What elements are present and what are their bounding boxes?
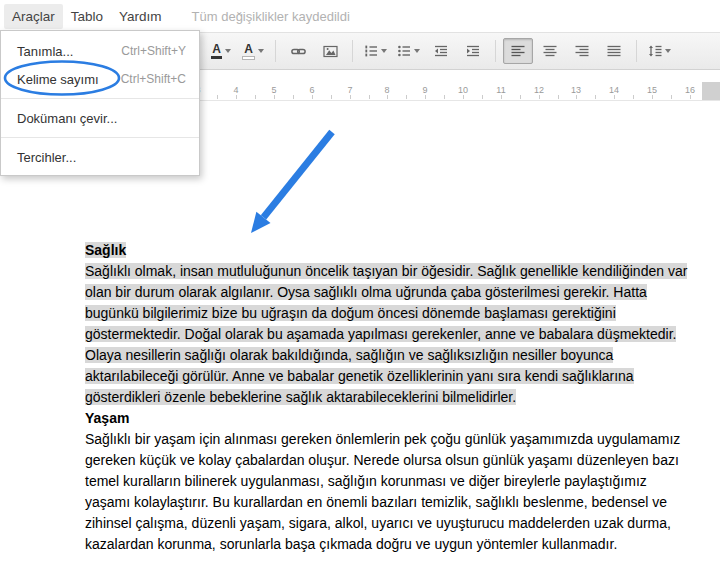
highlight-color-button[interactable]: A xyxy=(238,38,268,64)
document-line[interactable]: Sağlık xyxy=(85,240,720,261)
document-line[interactable]: olan bir durum olarak algılanır. Oysa sa… xyxy=(85,282,720,303)
align-justify-icon xyxy=(607,44,621,58)
ruler-number: 6 xyxy=(309,85,314,95)
ruler-right-margin-block xyxy=(702,82,720,100)
outdent-icon xyxy=(434,44,448,58)
ruler-number: 12 xyxy=(534,85,544,95)
bulleted-list-button[interactable] xyxy=(393,38,424,64)
document-line[interactable]: temel kuralların bilinerek uygulanması, … xyxy=(85,471,720,492)
menu-item-kelime-sayimi[interactable]: Kelime sayımı Ctrl+Shift+C xyxy=(1,65,199,93)
indent-icon xyxy=(466,44,480,58)
chevron-down-icon xyxy=(258,49,264,53)
align-right-icon xyxy=(575,44,589,58)
document-line[interactable]: gereken küçük ve kolay çabalardan oluşur… xyxy=(85,450,720,471)
toolbar-separator xyxy=(636,40,637,62)
align-right-button[interactable] xyxy=(567,38,597,64)
document-line[interactable]: Yaşam xyxy=(85,408,720,429)
ruler-number: 8 xyxy=(384,85,389,95)
document-line[interactable]: kazalardan korunma, sorunlarla başa çıkm… xyxy=(85,534,720,555)
save-status: Tüm değişiklikler kaydedildi xyxy=(192,9,350,24)
ruler-number: 13 xyxy=(571,85,581,95)
document-line[interactable]: Sağlıklı olmak, insan mutluluğunun öncel… xyxy=(85,261,720,282)
highlight-color-icon: A xyxy=(242,43,255,60)
toolbar-separator xyxy=(495,40,496,62)
insert-image-button[interactable] xyxy=(315,38,345,64)
align-left-button[interactable] xyxy=(503,38,533,64)
chevron-down-icon xyxy=(414,49,420,53)
menu-separator xyxy=(1,98,199,99)
menu-item-tanimla[interactable]: Tanımla... Ctrl+Shift+Y xyxy=(1,37,199,65)
toolbar-separator xyxy=(352,40,353,62)
insert-link-button[interactable] xyxy=(283,38,313,64)
tools-menu-dropdown: Tanımla... Ctrl+Shift+Y Kelime sayımı Ct… xyxy=(0,30,200,176)
ruler-number: 11 xyxy=(496,85,505,95)
menu-tablo[interactable]: Tablo xyxy=(63,4,111,29)
menu-item-tercihler[interactable]: Tercihler... xyxy=(1,143,199,171)
text-color-button[interactable]: A xyxy=(206,38,236,64)
align-center-button[interactable] xyxy=(535,38,565,64)
ruler-number: 15 xyxy=(647,85,657,95)
line-spacing-icon xyxy=(648,44,662,58)
bulleted-list-icon xyxy=(397,44,411,58)
ruler-number: 16 xyxy=(685,85,695,95)
ruler-number: 7 xyxy=(347,85,352,95)
google-docs-app: Araçlar Tablo Yardım Tüm değişiklikler k… xyxy=(0,0,720,561)
menu-item-dokumani-cevir[interactable]: Dokümanı çevir... xyxy=(1,104,199,132)
document-line[interactable]: Olaya nesillerin sağlığı olarak bakıldığ… xyxy=(85,345,720,366)
document-line[interactable]: Sağlıklı bir yaşam için alınması gereken… xyxy=(85,429,720,450)
image-icon xyxy=(323,44,338,59)
document-line[interactable]: göstermektedir. Doğal olarak bu aşamada … xyxy=(85,324,720,345)
chevron-down-icon xyxy=(665,49,671,53)
numbered-list-icon xyxy=(364,44,378,58)
ruler-number: 10 xyxy=(458,85,468,95)
text-color-icon: A xyxy=(211,43,222,59)
shortcut-label: Ctrl+Shift+Y xyxy=(121,44,186,58)
ruler-number: 14 xyxy=(609,85,619,95)
shortcut-label: Ctrl+Shift+C xyxy=(121,72,186,86)
toolbar-separator xyxy=(275,40,276,62)
ruler-number: 4 xyxy=(233,85,238,95)
increase-indent-button[interactable] xyxy=(458,38,488,64)
menu-yardim[interactable]: Yardım xyxy=(111,4,170,29)
document-line[interactable]: aktarılabileceği görülür. Anne ve babala… xyxy=(85,366,720,387)
line-spacing-button[interactable] xyxy=(644,38,675,64)
align-justify-button[interactable] xyxy=(599,38,629,64)
ruler-number: 5 xyxy=(271,85,276,95)
document-line[interactable]: yaşamı kolaylaştırır. Bu kurallardan en … xyxy=(85,492,720,513)
chevron-down-icon xyxy=(225,49,231,53)
numbered-list-button[interactable] xyxy=(360,38,391,64)
align-left-icon xyxy=(511,44,525,58)
decrease-indent-button[interactable] xyxy=(426,38,456,64)
menu-bar: Araçlar Tablo Yardım Tüm değişiklikler k… xyxy=(0,0,720,32)
link-icon xyxy=(291,44,306,59)
document-line[interactable]: bugünkü bilgilerimiz bize bu uğraşın da … xyxy=(85,303,720,324)
menu-separator xyxy=(1,137,199,138)
document-line[interactable]: gösterdikleri özenle bebeklerine sağlık … xyxy=(85,387,720,408)
document-line[interactable]: zihinsel çalışma, düzenli yaşam, sigara,… xyxy=(85,513,720,534)
align-center-icon xyxy=(543,44,557,58)
menu-araclar[interactable]: Araçlar xyxy=(4,4,63,29)
ruler-number: 9 xyxy=(422,85,427,95)
chevron-down-icon xyxy=(381,49,387,53)
